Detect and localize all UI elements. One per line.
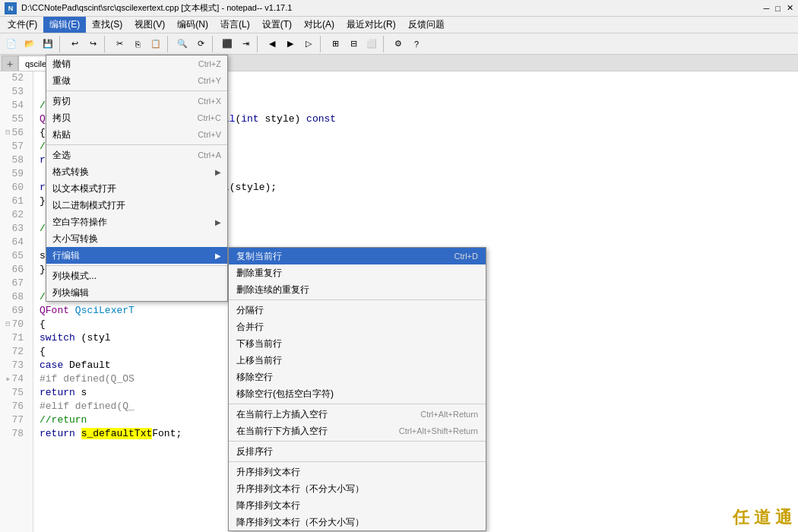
- line-61: 61: [0, 195, 28, 208]
- tb-sep4: [212, 36, 216, 52]
- sub-del-blank-ws[interactable]: 移除空行(包括空白字符): [229, 385, 486, 402]
- menu-redo-label: 重做: [52, 74, 198, 87]
- menu-bar: 文件(F) 编辑(E) 查找(S) 视图(V) 编码(N) 语言(L) 设置(T…: [0, 17, 798, 33]
- line-56: 56: [0, 126, 28, 140]
- tb-find[interactable]: 🔍: [174, 36, 191, 52]
- sep2: [46, 144, 227, 145]
- sub-ins-below-label: 在当前行下方插入空行: [236, 425, 399, 438]
- menu-format[interactable]: 格式转换 ▶: [46, 163, 227, 180]
- menu-open-binary[interactable]: 以二进制模式打开: [46, 197, 227, 214]
- menu-open-text[interactable]: 以文本模式打开: [46, 180, 227, 197]
- menu-copy[interactable]: 拷贝 Ctrl+C: [46, 109, 227, 126]
- menu-file[interactable]: 文件(F): [2, 17, 43, 33]
- sub-merge-line-label: 合并行: [236, 321, 478, 334]
- line-78: 78: [0, 427, 28, 441]
- sub-sep1: [229, 299, 486, 300]
- tb-prev[interactable]: ◀: [264, 36, 280, 52]
- sub-dup-line[interactable]: 复制当前行 Ctrl+D: [229, 248, 486, 264]
- sub-sort-asc-ci[interactable]: 升序排列文本行（不分大小写）: [229, 480, 486, 497]
- tb-copy[interactable]: ⎘: [129, 36, 146, 52]
- menu-open-binary-label: 以二进制模式打开: [52, 199, 221, 212]
- sub-move-down[interactable]: 下移当前行: [229, 335, 486, 352]
- menu-redo[interactable]: 重做 Ctrl+Y: [46, 72, 227, 89]
- menu-blank-ops[interactable]: 空白字符操作 ▶: [46, 214, 227, 230]
- menu-settings[interactable]: 设置(T): [256, 17, 298, 33]
- sub-sort-desc-ci[interactable]: 降序排列文本行（不分大小写）: [229, 514, 486, 530]
- menu-paste-shortcut: Ctrl+V: [198, 130, 221, 139]
- menu-cut-shortcut: Ctrl+X: [198, 97, 221, 106]
- menu-recent[interactable]: 最近对比(R): [340, 17, 402, 33]
- menu-cut[interactable]: 剪切 Ctrl+X: [46, 93, 227, 109]
- tb-win[interactable]: ⬜: [363, 36, 380, 52]
- line-75: 75: [0, 386, 28, 400]
- sub-split-line[interactable]: 分隔行: [229, 302, 486, 318]
- tb-indent[interactable]: ⇥: [237, 36, 254, 52]
- line-65: 65: [0, 249, 28, 263]
- line-60: 60: [0, 181, 28, 195]
- tb-col[interactable]: ⊞: [327, 36, 344, 52]
- tb-undo[interactable]: ↩: [66, 36, 83, 52]
- sub-del-blank[interactable]: 移除空行: [229, 369, 486, 385]
- menu-edit[interactable]: 编辑(E): [43, 17, 86, 33]
- tb-sep7: [383, 36, 387, 52]
- line-73: 73: [0, 359, 28, 372]
- sub-ins-above-shortcut: Ctrl+Alt+Return: [420, 410, 478, 419]
- sub-ins-above[interactable]: 在当前行上方插入空行 Ctrl+Alt+Return: [229, 406, 486, 423]
- tb-cut[interactable]: ✂: [111, 36, 128, 52]
- menu-cut-label: 剪切: [52, 95, 198, 108]
- menu-compare[interactable]: 对比(A): [298, 17, 340, 33]
- tb-help[interactable]: ?: [408, 36, 425, 52]
- tb-sep2: [104, 36, 108, 52]
- menu-feedback[interactable]: 反馈问题: [402, 17, 451, 33]
- tb-next[interactable]: ▶: [282, 36, 299, 52]
- line-68: 68: [0, 290, 28, 304]
- menu-column-mode[interactable]: 列块模式...: [46, 268, 227, 284]
- line-57: 57: [0, 140, 28, 154]
- title-bar: N D:\CCNotePad\qscint\src\qscilexertext.…: [0, 0, 798, 17]
- sub-move-down-label: 下移当前行: [236, 337, 478, 350]
- menu-copy-label: 拷贝: [52, 112, 198, 125]
- sub-reverse[interactable]: 反排序行: [229, 443, 486, 460]
- sub-del-dup[interactable]: 删除重复行: [229, 264, 486, 281]
- sub-dup-line-shortcut: Ctrl+D: [454, 252, 478, 261]
- tb-align-left[interactable]: ⬛: [219, 36, 236, 52]
- menu-find[interactable]: 查找(S): [86, 17, 128, 33]
- tb-setting[interactable]: ⚙: [390, 36, 407, 52]
- tb-new[interactable]: 📄: [3, 36, 20, 52]
- menu-case[interactable]: 大小写转换: [46, 230, 227, 247]
- tb-sep1: [59, 36, 63, 52]
- new-tab-btn[interactable]: +: [2, 55, 18, 71]
- sub-sep2: [229, 404, 486, 404]
- menu-language[interactable]: 语言(L): [214, 17, 256, 33]
- tb-run[interactable]: ▷: [300, 36, 317, 52]
- menu-encode[interactable]: 编码(N): [171, 17, 214, 33]
- win-close[interactable]: ✕: [787, 3, 793, 13]
- win-minimize[interactable]: ─: [764, 4, 770, 13]
- tb-sep6: [320, 36, 324, 52]
- menu-line-edit[interactable]: 行编辑 ▶: [46, 247, 227, 264]
- tb-replace[interactable]: ⟳: [192, 36, 209, 52]
- sub-reverse-label: 反排序行: [236, 445, 478, 458]
- tb-save[interactable]: 💾: [40, 36, 56, 52]
- menu-selectall[interactable]: 全选 Ctrl+A: [46, 147, 227, 163]
- tb-col2[interactable]: ⊟: [345, 36, 362, 52]
- menu-view[interactable]: 视图(V): [128, 17, 171, 33]
- sub-sort-desc[interactable]: 降序排列文本行: [229, 497, 486, 514]
- app-icon: N: [5, 2, 17, 14]
- menu-paste[interactable]: 粘贴 Ctrl+V: [46, 126, 227, 143]
- menu-undo[interactable]: 撤销 Ctrl+Z: [46, 55, 227, 72]
- line-71: 71: [0, 331, 28, 345]
- tb-paste[interactable]: 📋: [147, 36, 164, 52]
- sub-sort-asc-label: 升序排列文本行: [236, 466, 478, 479]
- sub-move-up[interactable]: 上移当前行: [229, 352, 486, 369]
- sub-ins-below[interactable]: 在当前行下方插入空行 Ctrl+Alt+Shift+Return: [229, 423, 486, 439]
- tb-open[interactable]: 📂: [21, 36, 38, 52]
- sub-merge-line[interactable]: 合并行: [229, 318, 486, 335]
- menu-undo-shortcut: Ctrl+Z: [198, 59, 221, 68]
- win-maximize[interactable]: □: [775, 4, 781, 13]
- menu-column-edit[interactable]: 列块编辑: [46, 284, 227, 301]
- tb-redo[interactable]: ↪: [84, 36, 101, 52]
- sub-sort-asc[interactable]: 升序排列文本行: [229, 464, 486, 480]
- line-54: 54: [0, 99, 28, 112]
- sub-del-con-dup[interactable]: 删除连续的重复行: [229, 281, 486, 298]
